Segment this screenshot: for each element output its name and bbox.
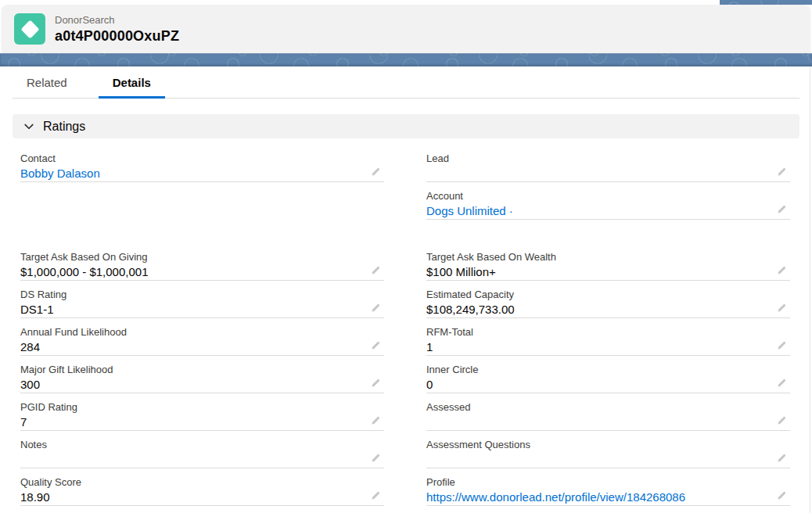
field-quality-score: Quality Score 18.90 [20, 472, 384, 506]
pencil-icon [370, 454, 381, 466]
field-label: Target Ask Based On Giving [20, 251, 384, 263]
record-detail-panel: Related Details Ratings Contact Bobby Da… [0, 66, 812, 513]
page-title: a0t4P00000OxuPZ [55, 27, 179, 45]
inline-edit-button[interactable] [370, 265, 381, 276]
field-label: PGID Rating [20, 401, 384, 413]
header-text: DonorSearch a0t4P00000OxuPZ [55, 14, 179, 45]
field-pgid-rating: PGID Rating 7 [20, 396, 384, 431]
panel-edge [810, 66, 810, 513]
field-value: 18.90 [20, 490, 384, 505]
pencil-icon [776, 206, 787, 217]
inline-edit-button[interactable] [776, 415, 787, 426]
field-label: Assessed [426, 401, 790, 413]
contact-link[interactable]: Bobby Dalason [20, 166, 384, 181]
field-account: Account Dogs Unlimited · [426, 185, 790, 220]
layout-spacer [426, 223, 790, 246]
inline-edit-button[interactable] [370, 453, 381, 464]
pencil-icon [776, 342, 787, 353]
field-value: $108,249,733.00 [426, 302, 790, 317]
record-header: DonorSearch a0t4P00000OxuPZ [2, 5, 810, 53]
field-notes: Notes [20, 434, 384, 468]
field-major-gift-likelihood: Major Gift Likelihood 300 [20, 359, 384, 393]
pencil-icon [370, 267, 381, 278]
pencil-icon [776, 379, 787, 391]
field-column-right: Lead Account Dogs Unlimited · Target Ask [426, 148, 790, 509]
field-label: Assessment Questions [426, 439, 790, 450]
field-ds-rating: DS Rating DS1-1 [20, 284, 384, 318]
pencil-icon [370, 492, 381, 504]
pencil-icon [776, 168, 787, 180]
layout-spacer [20, 223, 384, 246]
section-title: Ratings [43, 120, 85, 134]
pencil-icon [370, 168, 381, 180]
field-assessed: Assessed [426, 396, 790, 431]
inline-edit-button[interactable] [370, 167, 381, 178]
inline-edit-button[interactable] [776, 378, 787, 389]
inline-edit-button[interactable] [776, 453, 787, 464]
field-label: Quality Score [20, 476, 384, 488]
field-label: Target Ask Based On Wealth [426, 251, 790, 263]
pencil-icon [370, 417, 381, 429]
pencil-icon [370, 379, 381, 391]
field-rfm-total: RFM-Total 1 [426, 321, 790, 356]
field-value: 300 [20, 377, 384, 393]
field-label: Estimated Capacity [426, 289, 790, 300]
inline-edit-button[interactable] [776, 204, 787, 215]
inline-edit-button[interactable] [370, 415, 381, 426]
field-label: DS Rating [20, 289, 384, 300]
field-annual-fund-likelihood: Annual Fund Likelihood 284 [20, 321, 384, 356]
field-label: Annual Fund Likelihood [20, 326, 384, 338]
field-value: DS1-1 [20, 302, 384, 317]
field-label: Account [426, 190, 790, 202]
pencil-icon [370, 342, 381, 353]
field-column-left: Contact Bobby Dalason Target Ask Based O… [20, 148, 384, 509]
field-label: Lead [426, 152, 790, 164]
pencil-icon [776, 492, 787, 504]
inline-edit-button[interactable] [370, 378, 381, 389]
inline-edit-button[interactable] [370, 490, 381, 501]
pencil-icon [776, 417, 787, 429]
field-value: $1,000,000 - $1,000,001 [20, 264, 384, 280]
field-label: RFM-Total [426, 326, 790, 338]
field-label: Notes [20, 439, 384, 450]
tab-related[interactable]: Related [13, 66, 81, 98]
inline-edit-button[interactable] [370, 303, 381, 314]
account-link[interactable]: Dogs Unlimited · [426, 203, 790, 219]
inline-edit-button[interactable] [776, 167, 787, 178]
field-label: Major Gift Likelihood [20, 364, 384, 375]
inline-edit-button[interactable] [370, 340, 381, 351]
pencil-icon [370, 304, 381, 316]
field-assessment-questions: Assessment Questions [426, 434, 790, 468]
field-label: Profile [426, 476, 790, 488]
brand-banner [0, 53, 812, 66]
field-value [426, 414, 790, 430]
record-tabs: Related Details [13, 66, 799, 99]
field-value: $100 Million+ [426, 264, 790, 280]
inline-edit-button[interactable] [776, 490, 787, 501]
field-value [20, 452, 384, 468]
tab-details[interactable]: Details [99, 66, 165, 98]
pencil-icon [776, 267, 787, 278]
field-grid: Contact Bobby Dalason Target Ask Based O… [0, 138, 812, 509]
diamond-icon [14, 13, 45, 45]
field-value: 7 [20, 414, 384, 430]
field-value: 1 [426, 339, 790, 355]
field-value [426, 166, 790, 181]
inline-edit-button[interactable] [776, 340, 787, 351]
field-estimated-capacity: Estimated Capacity $108,249,733.00 [426, 284, 790, 318]
field-inner-circle: Inner Circle 0 [426, 359, 790, 393]
field-label: Inner Circle [426, 364, 790, 375]
chevron-down-icon [23, 121, 34, 132]
field-contact: Contact Bobby Dalason [20, 148, 384, 182]
field-value: 284 [20, 339, 384, 355]
section-ratings-toggle[interactable]: Ratings [13, 114, 799, 138]
inline-edit-button[interactable] [776, 265, 787, 276]
field-profile: Profile https://www.donorlead.net/profil… [426, 472, 790, 506]
field-value [426, 452, 790, 468]
record-page: DonorSearch a0t4P00000OxuPZ Related Deta… [0, 0, 812, 513]
field-label: Contact [20, 152, 384, 164]
profile-url-link[interactable]: https://www.donorlead.net/profile/view/1… [426, 490, 790, 505]
inline-edit-button[interactable] [776, 303, 787, 314]
field-target-ask-wealth: Target Ask Based On Wealth $100 Million+ [426, 246, 790, 281]
pencil-icon [776, 454, 787, 466]
